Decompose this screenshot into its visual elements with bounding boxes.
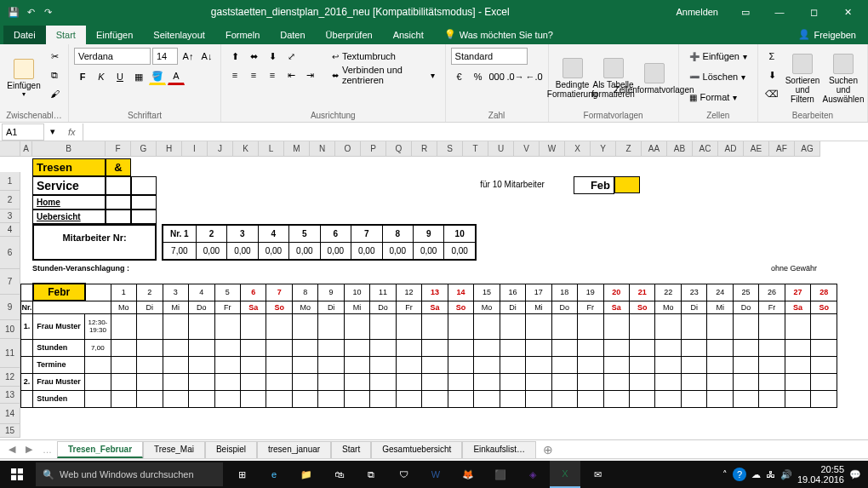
cal-cell-4-13[interactable] <box>448 390 473 407</box>
cal-cell-3-23[interactable] <box>707 373 733 390</box>
tab-data[interactable]: Daten <box>270 26 315 44</box>
cal-cell-3-21[interactable] <box>655 373 681 390</box>
cal-row-nr-2[interactable] <box>21 356 33 373</box>
cal-cell-1-22[interactable] <box>681 339 706 356</box>
align-bottom-icon[interactable]: ⬇ <box>264 48 281 65</box>
cal-cell-2-26[interactable] <box>785 356 810 373</box>
cal-cell-2-6[interactable] <box>266 356 292 373</box>
cal-cell-4-11[interactable] <box>396 390 421 407</box>
tab-review[interactable]: Überprüfen <box>316 26 383 44</box>
cal-cell-4-8[interactable] <box>318 390 344 407</box>
cal-cell-4-27[interactable] <box>811 390 837 407</box>
row-header-3[interactable]: 3 <box>0 210 20 223</box>
cal-cell-1-20[interactable] <box>630 339 655 356</box>
onedrive-icon[interactable]: ☁ <box>751 469 761 480</box>
cal-cell-3-4[interactable] <box>214 373 240 390</box>
cal-day-1[interactable]: 1 <box>111 284 136 301</box>
cal-cell-2-10[interactable] <box>370 356 396 373</box>
sort-filter-button[interactable]: Sortieren und Filtern <box>784 48 821 109</box>
col-header-AD[interactable]: AD <box>718 141 744 157</box>
cal-cell-0-2[interactable] <box>163 313 188 339</box>
cal-cell-3-14[interactable] <box>474 373 500 390</box>
cal-cell-4-16[interactable] <box>526 390 551 407</box>
emp-nr-8[interactable]: 8 <box>382 225 413 243</box>
cal-cell-3-24[interactable] <box>733 373 758 390</box>
select-all-corner[interactable] <box>0 141 20 157</box>
mail-icon[interactable]: ✉ <box>582 461 613 488</box>
cal-cell-4-17[interactable] <box>551 390 577 407</box>
fill-color-icon[interactable]: 🪣 <box>149 68 166 85</box>
cal-cell-3-9[interactable] <box>344 373 369 390</box>
cal-cell-3-13[interactable] <box>448 373 473 390</box>
cal-cell-4-20[interactable] <box>630 390 655 407</box>
clear-icon[interactable]: ⌫ <box>763 85 780 102</box>
fx-icon[interactable]: fx <box>61 127 83 137</box>
cal-cell-1-27[interactable] <box>811 339 837 356</box>
tab-formulas[interactable]: Formeln <box>215 26 270 44</box>
col-header-AG[interactable]: AG <box>795 141 820 157</box>
align-right-icon[interactable]: ≡ <box>264 66 281 83</box>
col-header-S[interactable]: S <box>437 141 463 157</box>
cal-cell-2-23[interactable] <box>707 356 733 373</box>
cal-cell-3-1[interactable] <box>137 373 163 390</box>
cal-month-label[interactable]: Febr <box>33 284 85 301</box>
conditional-formatting-button[interactable]: Bedingte Formatierung <box>554 48 591 109</box>
align-top-icon[interactable]: ⬆ <box>226 48 243 65</box>
cut-icon[interactable]: ✂ <box>46 48 63 65</box>
col-header-Y[interactable]: Y <box>591 141 616 157</box>
find-select-button[interactable]: Suchen und Auswählen <box>825 48 862 109</box>
emp-nr-4[interactable]: 4 <box>258 225 288 243</box>
cal-cell-1-11[interactable] <box>396 339 421 356</box>
cell-service[interactable]: Service <box>32 176 106 195</box>
decimal-dec-icon[interactable]: ←.0 <box>526 68 543 85</box>
namebox-dropdown-icon[interactable]: ▾ <box>44 123 61 141</box>
cal-cell-0-10[interactable] <box>370 313 396 339</box>
copy-icon[interactable]: ⧉ <box>46 66 63 83</box>
cal-cell-3-18[interactable] <box>578 373 603 390</box>
col-header-I[interactable]: I <box>182 141 208 157</box>
cal-cell-4-23[interactable] <box>707 390 733 407</box>
cal-cell-2-13[interactable] <box>448 356 473 373</box>
col-header-A[interactable]: A <box>20 141 32 157</box>
sheet-tab-gesamtuebersicht[interactable]: Gesamtuebersicht <box>371 441 462 458</box>
tray-up-icon[interactable]: ˄ <box>722 469 728 480</box>
col-header-N[interactable]: N <box>310 141 335 157</box>
cal-cell-3-3[interactable] <box>189 373 214 390</box>
cal-cell-2-24[interactable] <box>733 356 758 373</box>
cal-cell-1-7[interactable] <box>292 339 317 356</box>
cell-month-yellow[interactable] <box>614 176 640 193</box>
cal-day-25[interactable]: 25 <box>733 284 758 301</box>
cal-cell-1-4[interactable] <box>214 339 240 356</box>
cal-cell-1-23[interactable] <box>707 339 733 356</box>
cell-amp[interactable]: & <box>106 158 131 176</box>
sheet-tab-tresen_februar[interactable]: Tresen_Februar <box>57 441 143 458</box>
row-header-1[interactable]: 1 <box>0 172 20 191</box>
emp-nr-10[interactable]: 10 <box>444 225 476 243</box>
cal-cell-3-8[interactable] <box>318 373 344 390</box>
cal-cell-4-4[interactable] <box>214 390 240 407</box>
cal-cell-3-10[interactable] <box>370 373 396 390</box>
cal-cell-4-26[interactable] <box>785 390 810 407</box>
cal-cell-2-7[interactable] <box>292 356 317 373</box>
cal-cell-1-16[interactable] <box>526 339 551 356</box>
link-overview[interactable]: Uebersicht <box>32 210 106 224</box>
cal-cell-0-13[interactable] <box>448 313 473 339</box>
cal-cell-2-5[interactable] <box>240 356 266 373</box>
cal-cell-2-4[interactable] <box>214 356 240 373</box>
cal-cell-3-27[interactable] <box>811 373 837 390</box>
font-name-select[interactable]: Verdana <box>74 48 151 65</box>
cal-cell-3-7[interactable] <box>292 373 317 390</box>
cal-cell-0-1[interactable] <box>137 313 163 339</box>
col-header-AF[interactable]: AF <box>769 141 795 157</box>
cal-row-shift-2[interactable] <box>85 356 111 373</box>
col-header-H[interactable]: H <box>157 141 182 157</box>
format-as-table-button[interactable]: Als Tabelle formatieren <box>595 48 632 109</box>
cal-cell-4-10[interactable] <box>370 390 396 407</box>
col-header-M[interactable]: M <box>284 141 310 157</box>
cal-cell-2-16[interactable] <box>526 356 551 373</box>
merge-button[interactable]: ⬌ Verbinden und zentrieren ▾ <box>327 66 440 83</box>
cal-row-shift-3[interactable] <box>85 373 111 390</box>
align-left-icon[interactable]: ≡ <box>226 66 243 83</box>
align-middle-icon[interactable]: ⬌ <box>245 48 262 65</box>
cal-cell-0-12[interactable] <box>422 313 448 339</box>
